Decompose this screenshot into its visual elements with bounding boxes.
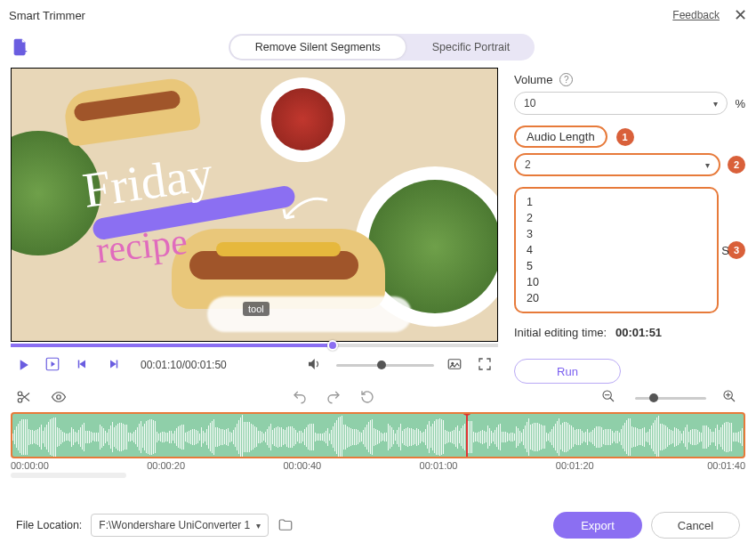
timeline-scrollbar[interactable] (11, 473, 126, 478)
play-frame-icon[interactable] (44, 356, 62, 374)
volume-slider[interactable] (336, 364, 434, 367)
option-10[interactable]: 10 (516, 274, 717, 290)
playhead[interactable] (466, 412, 468, 458)
volume-value: 10 (524, 97, 535, 109)
add-file-icon[interactable]: + (11, 37, 30, 57)
initial-time-value: 00:01:51 (615, 326, 662, 339)
callout-badge-1: 1 (616, 128, 634, 146)
close-icon[interactable]: ✕ (734, 5, 747, 25)
svg-rect-2 (78, 361, 80, 369)
undo-icon[interactable] (292, 389, 310, 407)
svg-rect-3 (117, 361, 118, 369)
playback-time: 00:01:10/00:01:50 (141, 359, 227, 371)
volume-label: Volume (514, 73, 552, 86)
zoom-out-icon[interactable] (601, 389, 619, 407)
option-4[interactable]: 4 (516, 242, 717, 258)
option-1[interactable]: 1 (516, 194, 717, 210)
volume-unit: % (735, 97, 745, 110)
waveform-timeline[interactable] (11, 412, 745, 458)
volume-select[interactable]: 10 ▾ (514, 92, 728, 115)
reset-icon[interactable] (359, 389, 377, 407)
volume-icon[interactable] (306, 356, 324, 374)
tab-specific-portrait[interactable]: Specific Portrait (407, 34, 535, 61)
eye-icon[interactable] (50, 389, 68, 407)
svg-point-8 (57, 395, 61, 400)
next-frame-icon[interactable] (105, 356, 123, 374)
mode-tabs: Remove Silent Segments Specific Portrait (229, 34, 535, 61)
option-3[interactable]: 3 (516, 226, 717, 242)
tooltip-label: tool (243, 302, 269, 316)
audio-length-label: Audio Length (514, 126, 607, 148)
arrow-overlay (278, 193, 332, 229)
export-button[interactable]: Export (553, 512, 642, 539)
redo-icon[interactable] (326, 389, 343, 407)
zoom-slider[interactable] (635, 397, 706, 400)
audio-length-dropdown[interactable]: 1 2 3 4 5 10 20 S (514, 187, 719, 313)
chevron-down-icon: ▾ (705, 160, 710, 170)
audio-length-unit: S (721, 244, 729, 257)
chevron-down-icon: ▾ (713, 99, 718, 109)
open-folder-icon[interactable] (277, 517, 294, 533)
initial-time-label: Initial editing time: (514, 326, 607, 339)
zoom-in-icon[interactable] (722, 389, 740, 407)
option-20[interactable]: 20 (516, 290, 717, 306)
prev-frame-icon[interactable] (75, 356, 92, 374)
audio-length-value: 2 (525, 158, 531, 171)
cut-icon[interactable] (16, 389, 34, 407)
option-5[interactable]: 5 (516, 258, 717, 274)
audio-length-select[interactable]: 2 ▾ (514, 153, 720, 176)
file-location-select[interactable]: F:\Wondershare UniConverter 1 ▾ (91, 514, 269, 537)
window-title: Smart Trimmer (9, 9, 85, 22)
time-axis: 00:00:0000:00:2000:00:4000:01:0000:01:20… (0, 458, 756, 471)
option-2[interactable]: 2 (516, 210, 717, 226)
play-icon[interactable] (14, 356, 32, 374)
feedback-link[interactable]: Feedback (672, 9, 720, 21)
callout-badge-3: 3 (728, 241, 745, 259)
file-location-label: File Location: (16, 519, 82, 531)
tab-remove-silent[interactable]: Remove Silent Segments (230, 36, 406, 59)
video-preview[interactable]: Friday recipe tool (11, 68, 498, 342)
run-button[interactable]: Run (514, 359, 621, 384)
help-icon[interactable]: ? (559, 73, 573, 86)
callout-badge-2: 2 (728, 156, 745, 174)
cancel-button[interactable]: Cancel (651, 512, 740, 539)
snapshot-icon[interactable] (446, 356, 464, 374)
fullscreen-icon[interactable] (477, 356, 495, 374)
video-progress[interactable] (11, 344, 498, 347)
chevron-down-icon: ▾ (256, 521, 261, 531)
svg-line-11 (610, 398, 614, 401)
svg-text:+: + (22, 46, 28, 56)
file-location-value: F:\Wondershare UniConverter 1 (99, 519, 250, 531)
svg-line-15 (731, 398, 735, 401)
